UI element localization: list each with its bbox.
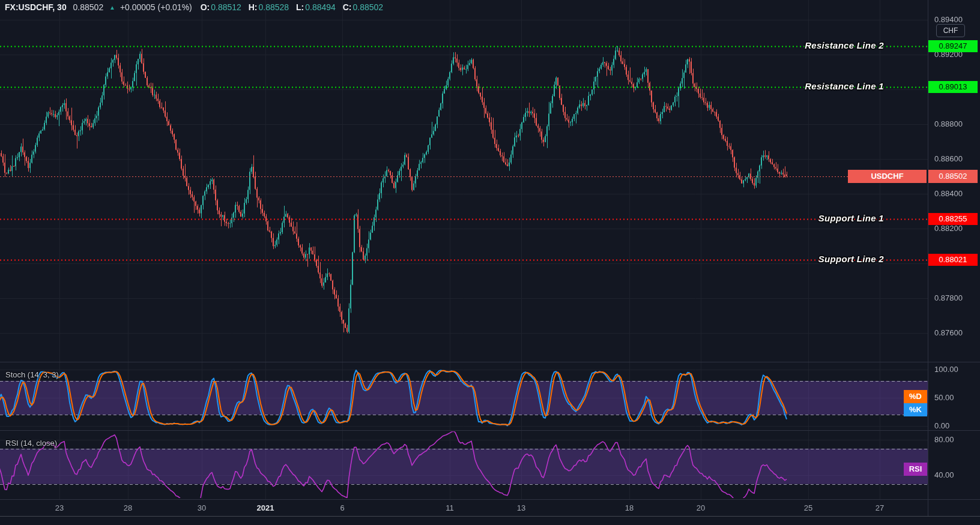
low-label: L: bbox=[296, 2, 304, 12]
price-tick-label: 0.89400 bbox=[934, 15, 963, 24]
currency-unit-button[interactable]: CHF bbox=[936, 24, 965, 37]
stoch-d-badge: %D bbox=[904, 390, 927, 403]
close-value: 0.88502 bbox=[352, 2, 383, 12]
resistance-line-2-label[interactable]: Resistance Line 2 bbox=[805, 40, 884, 50]
current-price-badge: 0.88502 bbox=[928, 170, 978, 183]
high-value: 0.88528 bbox=[258, 2, 289, 12]
time-tick-label: 6 bbox=[340, 503, 344, 512]
stoch-k-badge: %K bbox=[904, 403, 927, 416]
last-price: 0.88502 bbox=[73, 2, 104, 12]
price-tick-label: 0.88800 bbox=[934, 119, 963, 128]
support-line-1-price-badge: 0.88255 bbox=[928, 213, 978, 225]
time-tick-label: 30 bbox=[198, 503, 206, 512]
stoch-indicator-title[interactable]: Stoch (14, 3, 3) bbox=[5, 370, 59, 379]
resistance-line-2-price-badge: 0.89247 bbox=[928, 40, 978, 52]
price-tick-label: 0.87600 bbox=[934, 328, 963, 337]
rsi-indicator-title[interactable]: RSI (14, close) bbox=[5, 439, 57, 448]
rsi-tick-label: 40.00 bbox=[934, 470, 954, 479]
price-tick-label: 0.88600 bbox=[934, 154, 963, 163]
time-tick-label: 20 bbox=[697, 503, 705, 512]
support-line-2-price-badge: 0.88021 bbox=[928, 254, 978, 266]
symbol-price-tag: USDCHF bbox=[848, 170, 927, 183]
rsi-tick-label: 80.00 bbox=[934, 435, 954, 444]
time-tick-label: 27 bbox=[876, 503, 884, 512]
price-change: +0.00005 (+0.01%) bbox=[120, 2, 192, 12]
time-tick-label: 25 bbox=[804, 503, 812, 512]
open-label: O: bbox=[201, 2, 210, 12]
stoch-tick-label: 0.00 bbox=[934, 421, 949, 430]
price-tick-label: 0.88200 bbox=[934, 224, 963, 233]
symbol-title[interactable]: FX:USDCHF, 30 bbox=[5, 2, 67, 12]
up-triangle-icon: ▲ bbox=[109, 4, 115, 11]
symbol-legend: FX:USDCHF, 30 0.88502 ▲ +0.00005 (+0.01%… bbox=[5, 2, 388, 12]
high-label: H: bbox=[249, 2, 258, 12]
time-tick-label: 13 bbox=[517, 503, 525, 512]
price-tick-label: 0.88400 bbox=[934, 189, 963, 198]
time-tick-label: 28 bbox=[124, 503, 132, 512]
time-tick-label: 23 bbox=[55, 503, 64, 512]
close-label: C: bbox=[343, 2, 352, 12]
support-line-2-label[interactable]: Support Line 2 bbox=[818, 254, 884, 264]
chart-window: FX:USDCHF, 30 0.88502 ▲ +0.00005 (+0.01%… bbox=[0, 0, 980, 525]
resistance-line-1-label[interactable]: Resistance Line 1 bbox=[805, 81, 884, 91]
stoch-tick-label: 100.00 bbox=[934, 365, 958, 374]
stoch-tick-label: 50.00 bbox=[934, 393, 954, 402]
rsi-badge: RSI bbox=[904, 463, 927, 476]
resistance-line-1-price-badge: 0.89013 bbox=[928, 81, 978, 93]
low-value: 0.88494 bbox=[305, 2, 336, 12]
time-tick-label: 18 bbox=[625, 503, 634, 512]
time-tick-label: 2021 bbox=[257, 503, 274, 512]
open-value: 0.88512 bbox=[211, 2, 241, 12]
support-line-1-label[interactable]: Support Line 1 bbox=[818, 213, 884, 223]
time-tick-label: 11 bbox=[446, 503, 454, 512]
price-tick-label: 0.87800 bbox=[934, 293, 963, 302]
